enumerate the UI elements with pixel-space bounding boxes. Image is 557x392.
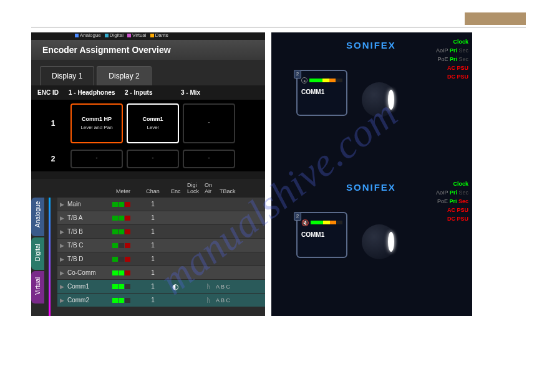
display-tabs: Display 1 Display 2 bbox=[31, 60, 265, 85]
led-clock: Clock bbox=[436, 179, 468, 188]
channel-table-head: Meter Chan Enc Digi Lock On Air TBack bbox=[31, 179, 265, 198]
col-onair: On Air bbox=[201, 182, 216, 194]
brand-logo: SONIFEX bbox=[346, 40, 396, 50]
rotary-encoder-knob[interactable] bbox=[362, 224, 397, 259]
col-digilock: Digi Lock bbox=[183, 182, 201, 194]
section-title: Encoder Assignment Overview bbox=[42, 45, 254, 55]
expand-chevron-icon[interactable]: ▶ bbox=[57, 284, 66, 290]
brand-logo: SONIFEX bbox=[346, 182, 396, 193]
led-acpsu: AC PSU bbox=[436, 64, 468, 72]
enc-cell-empty[interactable]: - bbox=[183, 150, 235, 168]
expand-chevron-icon[interactable]: ▶ bbox=[57, 229, 66, 235]
col-tback: TBack bbox=[216, 188, 241, 194]
expand-chevron-icon[interactable]: ▶ bbox=[57, 297, 66, 304]
encoder-index-badge: 2 bbox=[294, 70, 301, 79]
led-clock: Clock bbox=[436, 37, 468, 46]
encoder-oled-screen: 2 🔇 COMM1 bbox=[296, 212, 347, 258]
level-meter bbox=[112, 202, 138, 207]
enc-cell-comm1[interactable]: Comm1 Level bbox=[127, 103, 179, 143]
encoder-screen-label: COMM1 bbox=[301, 88, 342, 95]
channel-name: T/B C bbox=[66, 242, 112, 249]
level-meter bbox=[112, 243, 138, 248]
enc-indicator-icon: ◐ bbox=[167, 282, 183, 291]
channel-type-legend: Analogue Digital Virtual Dante bbox=[75, 32, 168, 38]
onair-antenna-icon: ᚤ bbox=[201, 283, 216, 290]
speaker-mute-icon: 🔇 bbox=[301, 219, 309, 226]
channel-name: T/B B bbox=[66, 228, 112, 235]
encoder-grid-header: ENC ID 1 - Headphones 2 - Inputs 3 - Mix bbox=[31, 85, 265, 100]
channel-name: T/B D bbox=[66, 256, 112, 262]
channel-name: Comm1 bbox=[66, 283, 112, 290]
col-headphones: 1 - Headphones bbox=[69, 89, 125, 96]
level-meter bbox=[112, 284, 138, 289]
encoder-grid: 1 Comm1 HP Level and Pan Comm1 Level - 2 bbox=[31, 100, 265, 171]
level-meter bbox=[112, 270, 138, 275]
channel-type-colorbar bbox=[49, 198, 51, 316]
channel-number: 1 bbox=[138, 269, 167, 276]
enc-cell-empty[interactable]: - bbox=[70, 150, 123, 168]
expand-chevron-icon[interactable]: ▶ bbox=[57, 242, 66, 249]
led-acpsu: AC PSU bbox=[436, 206, 468, 214]
channel-row[interactable]: ▶Main1 bbox=[57, 198, 265, 211]
col-mix: 3 - Mix bbox=[181, 89, 237, 96]
channel-row[interactable]: ▶Comm21ᚤA B C bbox=[57, 294, 265, 307]
col-enc: Enc bbox=[167, 188, 183, 194]
tab-display-2[interactable]: Display 2 bbox=[97, 66, 151, 85]
col-chan: Chan bbox=[138, 188, 167, 194]
channel-number: 1 bbox=[138, 214, 167, 221]
channel-number: 1 bbox=[138, 228, 167, 235]
status-leds: Clock AoIP Pri Sec PoE Pri Sec AC PSU DC… bbox=[436, 37, 468, 81]
channel-row[interactable]: ▶Comm11◐ᚤA B C bbox=[57, 280, 265, 294]
encoder-row-1: 1 Comm1 HP Level and Pan Comm1 Level - bbox=[37, 100, 259, 146]
channel-name: Comm2 bbox=[66, 297, 112, 304]
hardware-photo-panel: SONIFEX Clock AoIP Pri Sec PoE Pri Sec A… bbox=[271, 32, 472, 316]
expand-chevron-icon[interactable]: ▶ bbox=[57, 256, 66, 262]
channel-table: Analogue Digital Virtual Meter Chan Enc … bbox=[31, 179, 265, 316]
enc-cell-empty[interactable]: - bbox=[127, 150, 179, 168]
hardware-bottom: SONIFEX Clock AoIP Pri Sec PoE Pri Sec A… bbox=[271, 174, 472, 317]
talkback-targets: A B C bbox=[216, 284, 241, 290]
side-tab-virtual[interactable]: Virtual bbox=[31, 271, 44, 304]
enc-cell-comm1-hp[interactable]: Comm1 HP Level and Pan bbox=[70, 103, 123, 143]
encoder-row-2: 2 - - - bbox=[37, 146, 259, 171]
enc-row-id: 1 bbox=[37, 119, 69, 128]
rotary-encoder-knob[interactable] bbox=[362, 82, 397, 117]
col-meter: Meter bbox=[112, 188, 138, 194]
channel-row[interactable]: ▶T/B D1 bbox=[57, 252, 265, 266]
led-dcpsu: DC PSU bbox=[436, 214, 468, 223]
hardware-top: SONIFEX Clock AoIP Pri Sec PoE Pri Sec A… bbox=[271, 32, 472, 174]
encoder-screen-label: COMM1 bbox=[301, 231, 342, 238]
channel-name: Main bbox=[66, 201, 112, 208]
onair-antenna-icon: ᚤ bbox=[201, 297, 216, 304]
side-tab-digital[interactable]: Digital bbox=[31, 237, 44, 270]
level-meter bbox=[112, 257, 138, 262]
mini-level-meter bbox=[309, 79, 342, 82]
channel-number: 1 bbox=[138, 242, 167, 249]
channel-row[interactable]: ▶T/B C1 bbox=[57, 239, 265, 252]
channel-name: T/B A bbox=[66, 214, 112, 221]
encoder-oled-screen: 2 ● COMM1 bbox=[296, 70, 347, 116]
side-tab-analogue[interactable]: Analogue bbox=[31, 198, 44, 236]
channel-row[interactable]: ▶Co-Comm1 bbox=[57, 266, 265, 280]
tab-display-1[interactable]: Display 1 bbox=[40, 66, 94, 85]
level-meter bbox=[112, 216, 138, 221]
talkback-targets: A B C bbox=[216, 297, 241, 304]
col-inputs: 2 - Inputs bbox=[125, 89, 181, 96]
mini-level-meter bbox=[311, 221, 342, 224]
channel-number: 1 bbox=[138, 201, 167, 208]
enc-cell-empty[interactable]: - bbox=[183, 103, 235, 143]
header-accent bbox=[465, 12, 526, 25]
channel-number: 1 bbox=[138, 256, 167, 262]
channel-row[interactable]: ▶T/B A1 bbox=[57, 211, 265, 225]
channel-row[interactable]: ▶T/B B1 bbox=[57, 225, 265, 239]
expand-chevron-icon[interactable]: ▶ bbox=[57, 201, 66, 208]
channel-name: Co-Comm bbox=[66, 269, 112, 276]
expand-chevron-icon[interactable]: ▶ bbox=[57, 215, 66, 221]
side-tabs: Analogue Digital Virtual bbox=[31, 198, 49, 316]
page-top-rule bbox=[31, 12, 526, 27]
level-meter bbox=[112, 298, 138, 303]
expand-chevron-icon[interactable]: ▶ bbox=[57, 270, 66, 276]
channel-number: 1 bbox=[138, 297, 167, 304]
status-leds: Clock AoIP Pri Sec PoE Pri Sec AC PSU DC… bbox=[436, 179, 468, 223]
encoder-overview-panel: Analogue Digital Virtual Dante Encoder A… bbox=[31, 32, 265, 316]
